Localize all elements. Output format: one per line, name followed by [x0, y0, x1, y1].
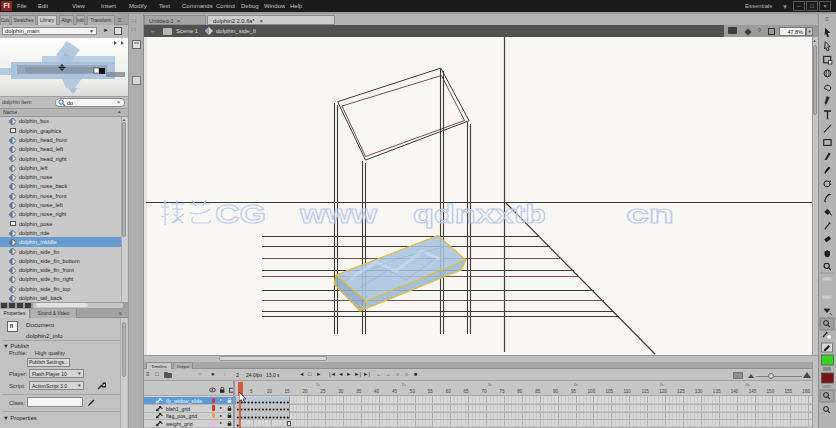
svg-text:CG: CG — [215, 199, 266, 229]
svg-text:≡: ≡ — [825, 16, 829, 22]
svg-text:cn: cn — [626, 199, 674, 229]
svg-text:qdnxxtb: qdnxxtb — [413, 199, 546, 229]
svg-text:www: www — [299, 199, 378, 229]
